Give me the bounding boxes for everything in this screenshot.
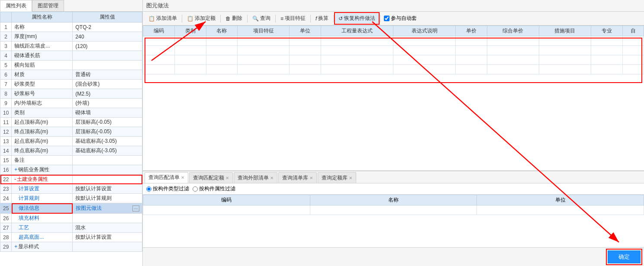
query-button[interactable]: 🔍 查询 <box>249 13 274 23</box>
table-row: 13 起点底标高(m) 基础底标高(-3.05) <box>0 137 142 146</box>
col-name: 名称 <box>206 26 238 36</box>
col-code: 编码 <box>143 26 175 36</box>
separator <box>247 15 248 22</box>
main-data-table: 编码 类别 名称 项目特征 单位 工程量表达式 表达式说明 单价 综合单价 措施… <box>143 26 644 74</box>
filter-bar: 按构件类型过滤 按构件属性过滤 <box>143 183 644 195</box>
table-row: 26 填充材料 <box>0 214 142 223</box>
table-row <box>143 55 644 65</box>
close-tab-icon[interactable]: ✕ <box>225 176 229 180</box>
tab-match-quota[interactable]: 查询匹配定额 ✕ <box>189 172 233 183</box>
auto-match-checkbox[interactable] <box>384 16 390 21</box>
tab-query-list-db[interactable]: 查询清单库 ✕ <box>278 172 317 183</box>
col-unit-price: 单价 <box>456 26 487 36</box>
convert-button[interactable]: f 换算 <box>312 13 332 23</box>
col-project-feature: 项目特征 <box>238 26 290 36</box>
filter-by-attr-label[interactable]: 按构件属性过滤 <box>193 185 235 192</box>
close-tab-icon[interactable]: ✕ <box>270 176 274 180</box>
tab-layer-management[interactable]: 图层管理 <box>32 0 64 11</box>
restore-method-button[interactable]: ↺ 恢复构件做法 <box>335 13 378 23</box>
project-feature-button[interactable]: ≡ 项目特征 <box>277 13 309 23</box>
data-table-area: 编码 类别 名称 项目特征 单位 工程量表达式 表达式说明 单价 综合单价 措施… <box>143 26 644 171</box>
table-row <box>143 36 644 46</box>
table-row <box>143 46 644 55</box>
separator <box>310 15 311 22</box>
separator <box>220 15 221 22</box>
restore-icon: ↺ <box>338 16 343 22</box>
table-row: 14 终点底标高(m) 基础底标高(-3.05) <box>0 146 142 156</box>
close-tab-icon[interactable]: ✕ <box>309 176 313 180</box>
panel-title: 图元做法 <box>143 0 644 12</box>
query-icon: 🔍 <box>252 16 259 22</box>
close-tab-icon[interactable]: ✕ <box>349 176 352 180</box>
convert-icon: f <box>316 16 317 22</box>
tab-external-list[interactable]: 查询外部清单 ✕ <box>234 172 277 183</box>
col-attr-name-header: 属性名称 <box>12 12 73 22</box>
add-list-icon: 📋 <box>148 16 155 22</box>
delete-icon: 🗑 <box>225 16 231 22</box>
col-category: 类别 <box>174 26 206 36</box>
toolbar: 📋 添加清单 📋 添加定额 🗑 删除 🔍 查询 ≡ 项目特征 <box>143 12 644 26</box>
table-row <box>143 205 644 215</box>
bottom-data-table: 编码 名称 单位 <box>143 195 644 247</box>
tab-match-list[interactable]: 查询匹配清单 ✕ <box>145 172 188 183</box>
table-row: 16 +钢筋业务属性 <box>0 165 142 175</box>
add-quota-icon: 📋 <box>187 16 193 22</box>
table-row: 6 材质 普通砖 <box>0 70 142 80</box>
col-composite-price: 综合单价 <box>487 26 539 36</box>
filter-by-type-label[interactable]: 按构件类型过滤 <box>146 185 189 192</box>
separator <box>380 15 380 22</box>
col-num-header <box>0 12 12 22</box>
add-quota-button[interactable]: 📋 添加定额 <box>184 13 219 23</box>
project-feature-icon: ≡ <box>280 16 283 22</box>
tab-bar: 属性列表 图层管理 <box>0 0 142 12</box>
tab-query-quota-db[interactable]: 查询定额库 ✕ <box>318 172 356 183</box>
table-row: 24 计算规则 按默认计算规则 <box>0 194 142 203</box>
col-unit: 单位 <box>290 26 321 36</box>
col-specialty: 专业 <box>591 26 622 36</box>
table-row: 8 砂浆标号 (M2.5) <box>0 89 142 99</box>
col-unit-header: 单位 <box>477 195 644 205</box>
main-content: 编码 类别 名称 项目特征 单位 工程量表达式 表达式说明 单价 综合单价 措施… <box>143 26 644 266</box>
col-auto: 自 <box>622 26 644 36</box>
add-list-button[interactable]: 📋 添加清单 <box>145 13 180 23</box>
table-row: 10 类别 砌体墙 <box>0 108 142 118</box>
table-row: 5 横向短筋 <box>0 61 142 70</box>
col-code-header: 编码 <box>143 195 310 205</box>
tab-property-list[interactable]: 属性列表 <box>0 0 32 12</box>
table-row: 22 -土建业务属性 <box>0 175 142 184</box>
table-row: 4 砌体通长筋 <box>0 51 142 61</box>
table-row: 2 厚度(mm) 240 <box>0 32 142 42</box>
col-measure-item: 措施项目 <box>539 26 591 36</box>
confirm-area: 确定 <box>143 247 644 266</box>
col-expr-desc: 表达式说明 <box>393 26 456 36</box>
filter-type-radio[interactable] <box>146 186 151 192</box>
table-row: 28 超高底面... 按默认计算设置 <box>0 233 142 242</box>
table-row: 29 +显示样式 <box>0 242 142 252</box>
left-panel: 属性列表 图层管理 属性名称 属性值 1 名称 QTQ-2 <box>0 0 143 266</box>
separator <box>275 15 276 22</box>
table-row: 3 轴线距左墙皮... (120) <box>0 42 142 51</box>
delete-button[interactable]: 🗑 删除 <box>222 13 245 23</box>
bottom-tabs: 查询匹配清单 ✕ 查询匹配定额 ✕ 查询外部清单 ✕ 查询清单库 ✕ <box>143 171 644 183</box>
confirm-button[interactable]: 确定 <box>608 250 641 263</box>
col-attr-value-header: 属性值 <box>73 12 142 22</box>
table-row: 7 砂浆类型 (混合砂浆) <box>0 80 142 89</box>
property-table: 属性名称 属性值 1 名称 QTQ-2 2 厚度(mm) 240 <box>0 12 142 266</box>
table-row: 12 终点顶标高(m) 层顶标高(-0.05) <box>0 127 142 137</box>
table-row-25[interactable]: 25 做法信息 按图元做法 ··· <box>0 203 142 214</box>
auto-match-label: 参与自动套 <box>391 15 417 22</box>
table-row: 15 备注 <box>0 156 142 165</box>
filter-attr-radio[interactable] <box>193 186 198 192</box>
table-row: 23 计算设置 按默认计算设置 <box>0 184 142 194</box>
separator <box>182 15 182 22</box>
bottom-section: 查询匹配清单 ✕ 查询匹配定额 ✕ 查询外部清单 ✕ 查询清单库 ✕ <box>143 171 644 266</box>
table-row: 27 工艺 混水 <box>0 223 142 233</box>
close-tab-icon[interactable]: ✕ <box>181 175 184 180</box>
col-quantity-expr: 工程量表达式 <box>321 26 393 36</box>
table-row: 11 起点顶标高(m) 层顶标高(-0.05) <box>0 118 142 127</box>
auto-match-checkbox-container: 参与自动套 <box>384 15 417 22</box>
separator <box>333 15 334 22</box>
table-row: 9 内/外墙标志 (外墙) <box>0 99 142 108</box>
table-row <box>143 65 644 74</box>
col-name-header: 名称 <box>310 195 477 205</box>
